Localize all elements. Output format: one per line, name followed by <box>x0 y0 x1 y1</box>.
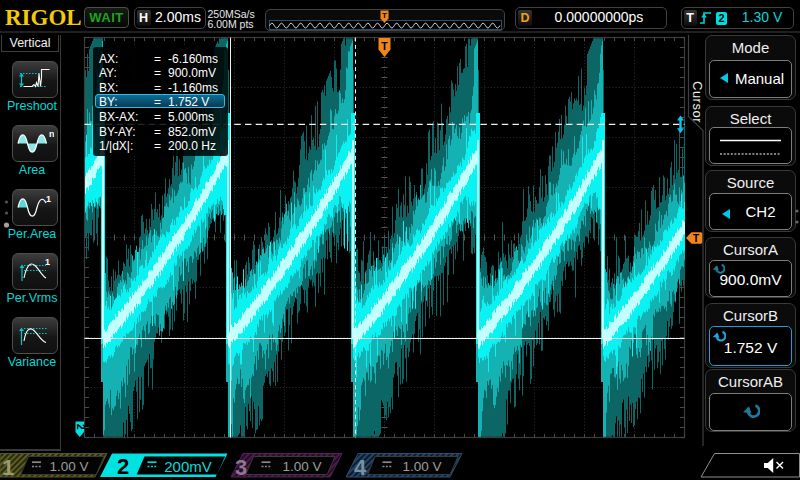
svg-text:n: n <box>49 129 54 139</box>
svg-text:1: 1 <box>45 257 50 267</box>
svg-text:T: T <box>693 232 700 244</box>
svg-text:2: 2 <box>117 454 129 479</box>
svg-text:4: 4 <box>354 455 367 480</box>
svg-text:1.00 V: 1.00 V <box>402 459 441 474</box>
svg-text:1: 1 <box>2 455 14 480</box>
svg-text:1.00 V: 1.00 V <box>49 459 88 474</box>
svg-text:1.00 V: 1.00 V <box>282 459 321 474</box>
svg-text:2: 2 <box>75 424 86 430</box>
svg-text:200mV: 200mV <box>164 458 212 475</box>
svg-text:T: T <box>381 40 388 52</box>
svg-text:3: 3 <box>235 455 247 480</box>
svg-text:1: 1 <box>46 194 51 204</box>
